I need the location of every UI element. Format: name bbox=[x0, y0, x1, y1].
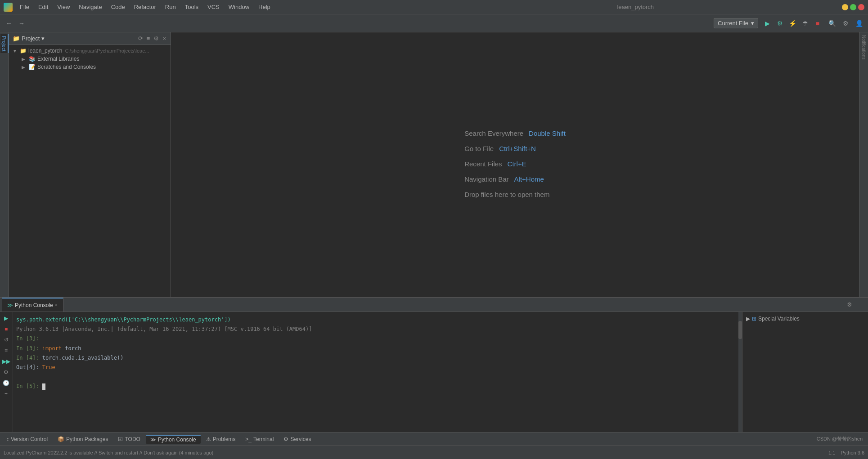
project-close-icon[interactable]: × bbox=[162, 34, 167, 43]
console-run-icon[interactable]: ▶ bbox=[2, 314, 11, 323]
stop-button[interactable]: ■ bbox=[812, 18, 823, 29]
tab-todo[interactable]: ☑ TODO bbox=[113, 435, 144, 443]
tab-terminal[interactable]: >_ Terminal bbox=[241, 435, 278, 443]
console-tab-label: Python Console bbox=[15, 302, 53, 308]
maximize-button[interactable] bbox=[850, 4, 856, 10]
current-file-chevron-icon: ▾ bbox=[751, 20, 754, 27]
tab-version-control[interactable]: ↕ Version Control bbox=[2, 435, 52, 443]
title-bar: File Edit View Navigate Code Refactor Ru… bbox=[0, 0, 868, 14]
tab-python-console[interactable]: ≫ Python Console bbox=[146, 435, 201, 444]
console-line-5: In [4]: torch.cuda.is_available() bbox=[16, 354, 735, 362]
project-panel: 📁 Project ▾ ⟳ ≡ ⚙ × ▼ 📁 bbox=[9, 32, 171, 297]
project-header-icons: ⟳ ≡ ⚙ × bbox=[137, 34, 167, 43]
console-line-3: In [3]: bbox=[16, 334, 735, 343]
coverage-button[interactable]: ☂ bbox=[800, 18, 810, 29]
toolbar-forward-icon[interactable]: → bbox=[16, 18, 27, 29]
main-row: Project 📁 Project ▾ ⟳ ≡ ⚙ × bbox=[0, 32, 868, 297]
console-minimize-icon[interactable]: — bbox=[855, 300, 863, 309]
console-stop-icon[interactable]: ■ bbox=[2, 325, 11, 334]
hint-search-everywhere: Search Everywhere Double Shift bbox=[464, 127, 566, 140]
console-tab-python[interactable]: ≫ Python Console × bbox=[2, 298, 63, 312]
status-bar: Localized PyCharm 2022.2.2 is available … bbox=[0, 446, 868, 459]
console-prompt-5: In [4]: bbox=[16, 355, 42, 361]
tab-python-packages[interactable]: 📦 Python Packages bbox=[53, 435, 112, 443]
status-right: 1:1 Python 3.6 bbox=[828, 450, 864, 455]
tab-problems-label: Problems bbox=[213, 436, 236, 442]
tab-python-console-label: Python Console bbox=[158, 437, 196, 443]
hint-drop-files: Drop files here to open them bbox=[464, 188, 566, 201]
console-line-4: In [3]: import torch bbox=[16, 344, 735, 353]
right-notifications-bar: Notifications bbox=[859, 32, 868, 297]
tree-item-root[interactable]: ▼ 📁 leaen_pytorch C:\shengyuan\PycharmPr… bbox=[9, 47, 171, 55]
console-import-torch: torch bbox=[65, 345, 81, 352]
project-chevron-icon[interactable]: ▾ bbox=[41, 35, 45, 42]
console-scrollbar[interactable] bbox=[738, 312, 742, 432]
left-sidebar-icons: Project bbox=[0, 32, 9, 297]
problems-icon: ⚠ bbox=[206, 436, 211, 442]
tree-item-scratches[interactable]: ▶ 📝 Scratches and Consoles bbox=[9, 63, 171, 71]
close-button[interactable] bbox=[858, 4, 864, 10]
menu-file[interactable]: File bbox=[16, 3, 33, 11]
menu-refactor[interactable]: Refactor bbox=[130, 3, 160, 11]
console-tabs: ≫ Python Console × ⚙ — bbox=[0, 298, 868, 312]
menu-navigate[interactable]: Navigate bbox=[75, 3, 105, 11]
profile-button[interactable]: ⚡ bbox=[787, 18, 798, 29]
editor-area: Search Everywhere Double Shift Go to Fil… bbox=[171, 32, 859, 297]
console-list-icon[interactable]: ≡ bbox=[2, 346, 11, 355]
console-add-icon[interactable]: + bbox=[2, 389, 11, 398]
project-sync-icon[interactable]: ⟳ bbox=[137, 34, 144, 43]
console-settings-icon[interactable]: ⚙ bbox=[846, 300, 853, 309]
console-tab-close-icon[interactable]: × bbox=[55, 303, 58, 307]
console-debug-icon[interactable]: ▶▶ bbox=[2, 357, 11, 366]
tab-services[interactable]: ⚙ Services bbox=[279, 435, 315, 443]
menu-window[interactable]: Window bbox=[225, 3, 253, 11]
run-button[interactable]: ▶ bbox=[762, 18, 773, 29]
menu-run[interactable]: Run bbox=[162, 3, 180, 11]
console-settings2-icon[interactable]: ⚙ bbox=[2, 368, 11, 377]
project-settings-icon[interactable]: ⚙ bbox=[153, 34, 160, 43]
toolbar-back-icon[interactable]: ← bbox=[4, 18, 14, 29]
minimize-button[interactable] bbox=[842, 4, 848, 10]
hint-recent-files: Recent Files Ctrl+E bbox=[464, 157, 566, 171]
special-vars-label: Special Variables bbox=[758, 316, 800, 322]
version-control-icon: ↕ bbox=[6, 436, 9, 442]
sidebar-project-label[interactable]: Project bbox=[0, 34, 9, 53]
tree-root-label: leaen_pytorch bbox=[28, 48, 62, 54]
hint-search-shortcut: Double Shift bbox=[529, 127, 566, 140]
settings-icon[interactable]: ⚙ bbox=[840, 18, 851, 29]
special-vars-header[interactable]: ▶ ⊞ Special Variables bbox=[746, 316, 864, 322]
tree-libs-icon: 📚 bbox=[29, 56, 36, 62]
hint-search-label: Search Everywhere bbox=[464, 127, 523, 140]
menu-vcs[interactable]: VCS bbox=[204, 3, 223, 11]
console-out-value: True bbox=[42, 364, 55, 370]
python-console-icon: ≫ bbox=[150, 437, 156, 443]
current-file-button[interactable]: Current File ▾ bbox=[714, 18, 758, 28]
menu-view[interactable]: View bbox=[54, 3, 73, 11]
user-icon[interactable]: 👤 bbox=[854, 18, 864, 29]
menu-help[interactable]: Help bbox=[255, 3, 274, 11]
bottom-tabs: ↕ Version Control 📦 Python Packages ☑ TO… bbox=[0, 432, 868, 446]
tab-python-packages-label: Python Packages bbox=[66, 436, 108, 442]
toolbar-left: ← → bbox=[4, 18, 710, 29]
hint-nav-bar: Navigation Bar Alt+Home bbox=[464, 173, 566, 186]
tree-root-path: C:\shengyuan\PycharmProjects\leae... bbox=[65, 48, 149, 53]
menu-tools[interactable]: Tools bbox=[181, 3, 202, 11]
tree-arrow-icon: ▼ bbox=[13, 49, 18, 53]
project-tree: ▼ 📁 leaen_pytorch C:\shengyuan\PycharmPr… bbox=[9, 45, 171, 297]
menu-code[interactable]: Code bbox=[108, 3, 129, 11]
console-prompt-4: In [3]: bbox=[16, 345, 42, 352]
debug-button[interactable]: ⚙ bbox=[774, 18, 785, 29]
console-output[interactable]: sys.path.extend(['C:\\shengyuan\\Pycharm… bbox=[13, 312, 738, 432]
console-prompt-8: In [5]: bbox=[16, 383, 42, 389]
project-collapse-icon[interactable]: ≡ bbox=[146, 34, 151, 43]
console-rerun-icon[interactable]: ↺ bbox=[2, 335, 11, 344]
console-clock-icon[interactable]: 🕐 bbox=[2, 379, 11, 388]
menu-edit[interactable]: Edit bbox=[35, 3, 52, 11]
tab-problems[interactable]: ⚠ Problems bbox=[202, 435, 240, 443]
notifications-label[interactable]: Notifications bbox=[860, 34, 867, 60]
tree-item-external-libs[interactable]: ▶ 📚 External Libraries bbox=[9, 55, 171, 63]
search-everywhere-icon[interactable]: 🔍 bbox=[827, 18, 837, 29]
editor-hints: Search Everywhere Double Shift Go to Fil… bbox=[464, 127, 566, 203]
console-cuda-call: torch.cuda.is_available() bbox=[42, 355, 124, 361]
status-user: CSDN @苦苦的shen bbox=[813, 436, 866, 442]
